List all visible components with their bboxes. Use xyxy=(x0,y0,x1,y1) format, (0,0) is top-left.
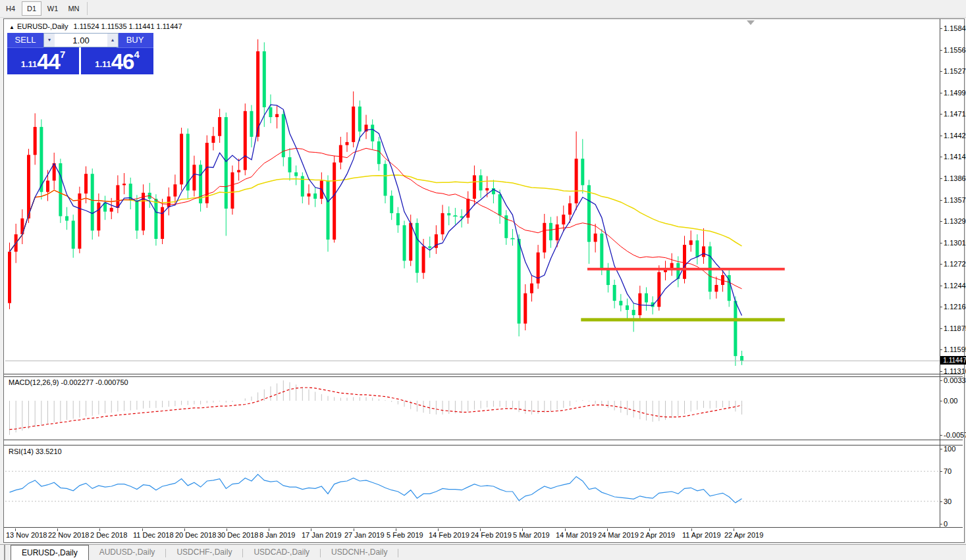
volume-decrease-button[interactable]: ▾ xyxy=(44,34,55,47)
candle-body xyxy=(683,245,686,279)
candle-body xyxy=(250,111,253,137)
price-tick-label: 1.14995 xyxy=(944,89,966,97)
date-label: 14 Mar 2019 xyxy=(556,531,597,539)
tab-eurusd[interactable]: EURUSD-,Daily xyxy=(11,545,89,560)
date-label: 2 Apr 2019 xyxy=(640,531,675,539)
candle-body xyxy=(587,185,591,242)
candle-body xyxy=(562,215,565,224)
price-tick-label: 1.15275 xyxy=(944,67,966,75)
candle-body xyxy=(556,224,559,240)
candle-body xyxy=(34,127,37,155)
price-tick xyxy=(940,307,942,307)
tab-usdchf[interactable]: USDCHF-,Daily xyxy=(166,545,242,560)
macd-tick xyxy=(940,435,942,436)
candle-body xyxy=(518,239,521,324)
candle-body xyxy=(256,51,259,137)
chart-canvas[interactable] xyxy=(4,19,963,541)
pane-separator[interactable] xyxy=(4,376,963,377)
candle-body xyxy=(122,184,126,185)
pane-separator[interactable] xyxy=(4,445,963,445)
autoscroll-marker-icon[interactable] xyxy=(747,20,755,25)
candle-body xyxy=(135,200,138,230)
candle-body xyxy=(352,107,355,142)
macd-tick xyxy=(940,380,942,381)
candle-body xyxy=(180,134,183,184)
date-label: 5 Mar 2019 xyxy=(513,531,550,539)
candle-body xyxy=(192,165,196,190)
candle-body xyxy=(263,51,266,107)
candle-body xyxy=(27,155,30,218)
main-pane xyxy=(5,39,940,366)
candle-body xyxy=(288,157,291,172)
price-tick-label: 1.14425 xyxy=(944,132,966,140)
candle-body xyxy=(275,114,279,117)
candle-body xyxy=(473,175,476,199)
price-tick xyxy=(940,371,942,372)
candle-body xyxy=(441,213,444,234)
candle-body xyxy=(97,203,100,231)
macd-tick-label: -0.005737 xyxy=(944,431,966,439)
toolbar-separator xyxy=(87,2,88,15)
price-tick xyxy=(940,200,942,201)
date-label: 20 Dec 2018 xyxy=(175,531,216,539)
price-tick xyxy=(940,178,942,179)
pane-separator xyxy=(4,527,963,528)
buy-button[interactable]: BUY xyxy=(117,33,153,48)
candle-body xyxy=(40,127,43,192)
candle-body xyxy=(307,193,310,197)
candle-body xyxy=(606,268,610,285)
candle-body xyxy=(327,181,330,240)
candle-body xyxy=(416,223,419,273)
candle-body xyxy=(702,246,705,257)
tab-audusd[interactable]: AUDUSD-,Daily xyxy=(89,545,166,560)
tf-button-d1[interactable]: D1 xyxy=(22,1,41,16)
sell-price[interactable]: 1.11447 xyxy=(7,47,79,74)
candle-body xyxy=(237,170,240,172)
pane-separator[interactable] xyxy=(4,374,963,374)
macd-tick-label: 0.003386 xyxy=(944,376,966,384)
candle-body xyxy=(689,240,693,245)
candle-body xyxy=(734,301,737,356)
candle-body xyxy=(428,246,431,247)
candle-body xyxy=(549,223,552,240)
pane-separator[interactable] xyxy=(4,440,963,440)
volume-input[interactable] xyxy=(55,34,107,47)
candle-body xyxy=(8,252,11,303)
candle-body xyxy=(479,175,483,190)
price-tick xyxy=(940,221,942,222)
volume-increase-button[interactable]: ▴ xyxy=(107,34,118,47)
volume-control: ▾ ▴ xyxy=(43,33,119,47)
price-tick-label: 1.12160 xyxy=(944,303,966,311)
rsi-tick xyxy=(940,501,942,502)
rsi-pane xyxy=(5,471,940,503)
candle-body xyxy=(173,184,176,196)
price-tick-label: 1.11595 xyxy=(944,345,966,353)
price-tick-label: 1.14145 xyxy=(944,153,966,161)
candle-body xyxy=(740,356,743,361)
macd-signal-line xyxy=(10,388,742,430)
tf-button-mn[interactable]: MN xyxy=(64,1,84,16)
tab-usdcnh[interactable]: USDCNH-,Daily xyxy=(321,545,398,560)
date-label: 24 Mar 2019 xyxy=(598,531,639,539)
tab-usdcad[interactable]: USDCAD-,Daily xyxy=(243,545,320,560)
price-tick-label: 1.11310 xyxy=(944,367,966,375)
tf-button-w1[interactable]: W1 xyxy=(43,1,63,16)
sell-price-main: 44 xyxy=(37,52,60,72)
buy-price[interactable]: 1.11464 xyxy=(81,47,153,74)
date-label: 30 Dec 2018 xyxy=(217,531,258,539)
candle-body xyxy=(358,107,362,132)
date-label: 8 Jan 2019 xyxy=(259,531,295,539)
ohlc-values: 1.11524 1.11535 1.11441 1.11447 xyxy=(74,22,182,30)
tf-button-h4[interactable]: H4 xyxy=(1,1,20,16)
sell-price-pip: 7 xyxy=(60,49,65,60)
chart-window[interactable]: ▲EURUSD-,Daily1.11524 1.11535 1.11441 1.… xyxy=(3,18,965,543)
price-tick-label: 1.15560 xyxy=(944,46,966,54)
candle-body xyxy=(600,234,603,268)
rsi-tick-label: 70 xyxy=(944,467,952,475)
candle-body xyxy=(346,142,349,145)
symbol-title: EURUSD-,Daily xyxy=(17,22,68,30)
sell-button[interactable]: SELL xyxy=(7,33,43,48)
candle-body xyxy=(485,188,489,190)
date-label: 24 Feb 2019 xyxy=(471,531,512,539)
candle-body xyxy=(384,164,387,195)
